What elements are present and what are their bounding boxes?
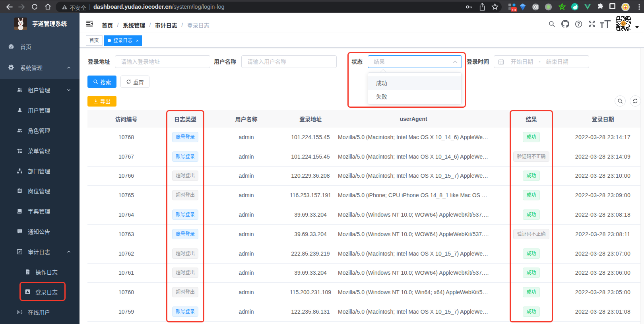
svg-text:10: 10 (512, 8, 516, 12)
